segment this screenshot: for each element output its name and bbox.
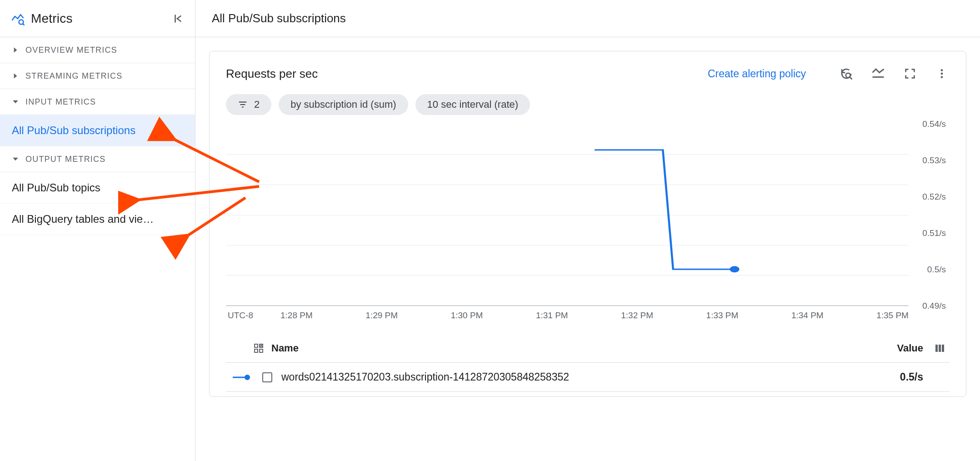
x-tick: 1:29 PM xyxy=(365,311,398,321)
svg-point-6 xyxy=(846,73,850,78)
row-name: words02141325170203.subscription-1412872… xyxy=(281,371,900,383)
filter-icon xyxy=(238,100,248,110)
svg-point-0 xyxy=(19,20,24,24)
legend-toggle-button[interactable] xyxy=(870,66,886,81)
interval-chip[interactable]: 10 sec interval (rate) xyxy=(415,94,530,115)
nav-item-label: All Pub/Sub topics xyxy=(12,181,100,194)
svg-line-7 xyxy=(850,77,852,80)
filter-chip[interactable]: 2 xyxy=(226,94,271,115)
x-tick: 1:32 PM xyxy=(621,311,653,321)
series-legend-mark xyxy=(230,374,253,381)
group-streaming-metrics[interactable]: STREAMING METRICS xyxy=(0,63,195,89)
svg-rect-20 xyxy=(935,345,938,352)
column-value[interactable]: Value xyxy=(897,342,923,354)
chevron-down-icon xyxy=(10,96,21,107)
card-header: Requests per sec Create alerting policy xyxy=(226,66,950,81)
sidebar-item-pubsub-topics[interactable]: All Pub/Sub topics xyxy=(0,172,195,204)
x-tick: 1:33 PM xyxy=(706,311,739,321)
svg-rect-16 xyxy=(255,344,258,347)
svg-line-1 xyxy=(23,24,25,25)
content: Requests per sec Create alerting policy xyxy=(195,37,980,461)
svg-point-15 xyxy=(730,266,739,272)
svg-point-9 xyxy=(941,69,943,71)
sidebar-item-bigquery-tables[interactable]: All BigQuery tables and vie… xyxy=(0,204,195,235)
card-title: Requests per sec xyxy=(226,67,708,81)
y-tick: 0.53/s xyxy=(922,155,946,165)
group-label: OUTPUT METRICS xyxy=(25,155,105,164)
sidebar-item-pubsub-subscriptions[interactable]: All Pub/Sub subscriptions xyxy=(0,115,195,146)
x-tick: 1:28 PM xyxy=(280,311,313,321)
main-header: All Pub/Sub subscriptions xyxy=(195,0,980,37)
y-tick: 0.52/s xyxy=(922,192,946,202)
group-label: INPUT METRICS xyxy=(25,97,96,107)
table-header: Name Value xyxy=(226,334,950,363)
columns-icon[interactable] xyxy=(934,343,945,354)
svg-point-10 xyxy=(941,73,943,75)
metrics-icon xyxy=(11,12,25,25)
main: All Pub/Sub subscriptions Requests per s… xyxy=(195,0,980,461)
chart-chips: 2 by subscription id (sum) 10 sec interv… xyxy=(226,94,950,115)
svg-point-24 xyxy=(245,375,250,380)
chart-y-axis: 0.54/s 0.53/s 0.52/s 0.51/s 0.5/s 0.49/s xyxy=(909,124,950,306)
group-overview-metrics[interactable]: OVERVIEW METRICS xyxy=(0,37,195,63)
chevron-right-icon xyxy=(10,70,21,81)
table-row[interactable]: words02141325170203.subscription-1412872… xyxy=(226,363,950,392)
row-value: 0.5/s xyxy=(900,371,923,383)
grouping-label: by subscription id (sum) xyxy=(290,99,396,110)
column-name[interactable]: Name xyxy=(271,342,897,354)
sidebar-header: Metrics xyxy=(0,0,195,37)
view-grid-icon[interactable] xyxy=(253,343,264,354)
create-alerting-policy-link[interactable]: Create alerting policy xyxy=(708,68,806,80)
chevron-down-icon xyxy=(10,154,21,165)
group-label: STREAMING METRICS xyxy=(25,71,122,81)
svg-rect-21 xyxy=(939,345,941,352)
fullscreen-button[interactable] xyxy=(902,66,918,81)
y-tick: 0.54/s xyxy=(922,119,946,129)
sidebar: Metrics OVERVIEW METRICS STREAMING METRI… xyxy=(0,0,195,461)
sidebar-title: Metrics xyxy=(31,11,172,26)
svg-rect-18 xyxy=(255,349,258,352)
collapse-sidebar-button[interactable] xyxy=(172,13,184,25)
x-tick: 1:34 PM xyxy=(791,311,824,321)
grouping-chip[interactable]: by subscription id (sum) xyxy=(279,94,408,115)
x-tick: 1:35 PM xyxy=(876,311,909,321)
nav-item-label: All Pub/Sub subscriptions xyxy=(12,124,135,137)
svg-point-11 xyxy=(941,76,943,78)
x-tick: 1:31 PM xyxy=(536,311,568,321)
page-title: All Pub/Sub subscriptions xyxy=(212,11,346,25)
series-table: Name Value words02141325170203.subscript… xyxy=(226,334,950,392)
group-output-metrics[interactable]: OUTPUT METRICS xyxy=(0,146,195,172)
y-tick: 0.5/s xyxy=(927,265,946,275)
svg-rect-22 xyxy=(942,345,944,352)
interval-label: 10 sec interval (rate) xyxy=(427,99,519,110)
y-tick: 0.49/s xyxy=(922,301,946,311)
more-options-button[interactable] xyxy=(934,66,950,81)
timezone-label: UTC-8 xyxy=(226,311,280,321)
nav-item-label: All BigQuery tables and vie… xyxy=(12,213,154,225)
group-label: OVERVIEW METRICS xyxy=(25,45,117,55)
filter-count: 2 xyxy=(254,99,260,110)
row-checkbox[interactable] xyxy=(262,372,272,382)
chart-plot-area[interactable] xyxy=(226,124,909,306)
y-tick: 0.51/s xyxy=(922,228,946,238)
chart-card: Requests per sec Create alerting policy xyxy=(209,51,966,397)
chevron-right-icon xyxy=(10,45,21,55)
reset-zoom-button[interactable] xyxy=(839,66,854,81)
group-input-metrics[interactable]: INPUT METRICS xyxy=(0,89,195,115)
chart-x-axis: UTC-8 1:28 PM 1:29 PM 1:30 PM 1:31 PM 1:… xyxy=(226,311,950,321)
x-tick: 1:30 PM xyxy=(451,311,483,321)
svg-rect-19 xyxy=(260,349,263,352)
chart: 0.54/s 0.53/s 0.52/s 0.51/s 0.5/s 0.49/s xyxy=(226,124,950,306)
